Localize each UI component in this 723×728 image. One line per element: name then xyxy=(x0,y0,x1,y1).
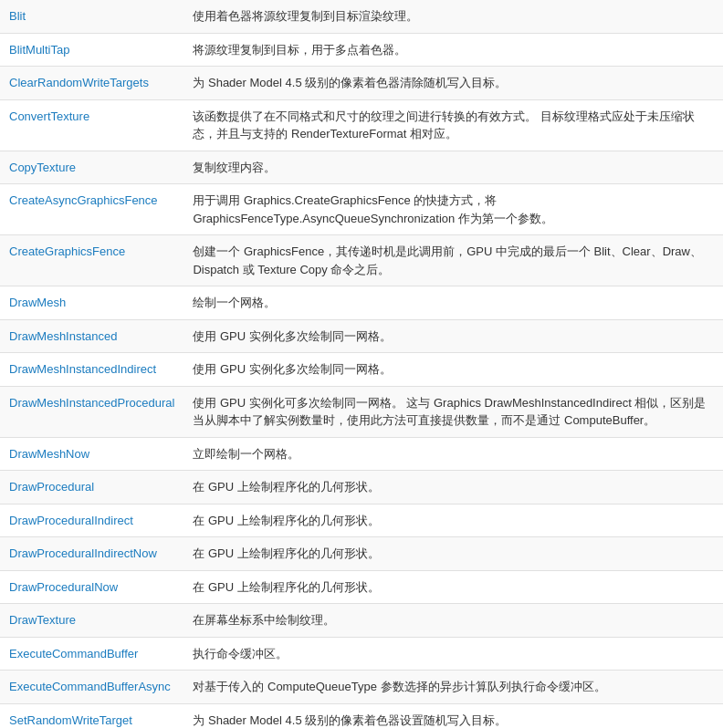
api-description-cell: 对基于传入的 ComputeQueueType 参数选择的异步计算队列执行命令缓… xyxy=(183,671,723,704)
table-row: CreateAsyncGraphicsFence用于调用 Graphics.Cr… xyxy=(0,184,723,235)
api-table: Blit使用着色器将源纹理复制到目标渲染纹理。BlitMultiTap将源纹理复… xyxy=(0,0,723,728)
api-description-cell: 创建一个 GraphicsFence，其传递时机是此调用前，GPU 中完成的最后… xyxy=(183,235,723,286)
table-row: DrawMesh绘制一个网格。 xyxy=(0,286,723,320)
api-name-link[interactable]: CopyTexture xyxy=(9,161,76,174)
api-description-cell: 在 GPU 上绘制程序化的几何形状。 xyxy=(183,504,723,537)
api-name-link[interactable]: DrawProceduralIndirect xyxy=(9,514,133,527)
api-name-link[interactable]: ExecuteCommandBufferAsync xyxy=(9,680,171,693)
api-name-link[interactable]: DrawMeshNow xyxy=(9,447,89,461)
api-name-cell: ExecuteCommandBuffer xyxy=(0,637,183,671)
table-row: SetRandomWriteTarget为 Shader Model 4.5 级… xyxy=(0,703,723,728)
api-name-link[interactable]: DrawTexture xyxy=(9,613,76,627)
api-name-cell: ClearRandomWriteTargets xyxy=(0,67,183,100)
api-name-cell: DrawProceduralIndirect xyxy=(0,504,183,537)
table-row: CopyTexture复制纹理内容。 xyxy=(0,151,723,184)
api-name-link[interactable]: Blit xyxy=(9,9,26,23)
api-name-link[interactable]: DrawMeshInstancedIndirect xyxy=(9,362,156,376)
api-name-cell: CopyTexture xyxy=(0,151,183,184)
api-name-link[interactable]: BlitMultiTap xyxy=(9,43,69,57)
api-description-cell: 为 Shader Model 4.5 级别的像素着色器清除随机写入目标。 xyxy=(183,67,723,100)
api-name-link[interactable]: DrawProcedural xyxy=(9,480,94,494)
api-description-cell: 在 GPU 上绘制程序化的几何形状。 xyxy=(183,570,723,604)
table-row: Blit使用着色器将源纹理复制到目标渲染纹理。 xyxy=(0,0,723,33)
table-row: DrawMeshInstancedProcedural使用 GPU 实例化可多次… xyxy=(0,386,723,437)
api-name-cell: BlitMultiTap xyxy=(0,33,183,67)
api-name-cell: DrawMeshNow xyxy=(0,437,183,471)
api-description-cell: 绘制一个网格。 xyxy=(183,286,723,320)
api-name-cell: DrawTexture xyxy=(0,604,183,638)
api-description-cell: 为 Shader Model 4.5 级别的像素着色器设置随机写入目标。 xyxy=(183,703,723,728)
api-description-cell: 使用 GPU 实例化多次绘制同一网格。 xyxy=(183,319,723,353)
table-row: DrawTexture在屏幕坐标系中绘制纹理。 xyxy=(0,604,723,638)
api-name-cell: CreateAsyncGraphicsFence xyxy=(0,184,183,235)
api-name-cell: DrawProceduralNow xyxy=(0,570,183,604)
api-description-cell: 将源纹理复制到目标，用于多点着色器。 xyxy=(183,33,723,67)
api-name-link[interactable]: CreateAsyncGraphicsFence xyxy=(9,193,158,207)
api-name-link[interactable]: CreateGraphicsFence xyxy=(9,244,125,258)
api-description-cell: 执行命令缓冲区。 xyxy=(183,637,723,671)
api-name-cell: SetRandomWriteTarget xyxy=(0,703,183,728)
api-name-link[interactable]: DrawMeshInstancedProcedural xyxy=(9,396,174,410)
api-description-cell: 该函数提供了在不同格式和尺寸的纹理之间进行转换的有效方式。 目标纹理格式应处于未… xyxy=(183,99,723,151)
api-name-cell: ExecuteCommandBufferAsync xyxy=(0,671,183,704)
table-row: BlitMultiTap将源纹理复制到目标，用于多点着色器。 xyxy=(0,33,723,67)
api-name-link[interactable]: DrawProceduralNow xyxy=(9,580,118,594)
api-name-cell: DrawMeshInstancedIndirect xyxy=(0,353,183,387)
api-name-cell: DrawMeshInstanced xyxy=(0,319,183,353)
api-name-link[interactable]: DrawMesh xyxy=(9,296,66,309)
api-reference-container: Blit使用着色器将源纹理复制到目标渲染纹理。BlitMultiTap将源纹理复… xyxy=(0,0,723,728)
table-row: ClearRandomWriteTargets为 Shader Model 4.… xyxy=(0,67,723,100)
api-description-cell: 复制纹理内容。 xyxy=(183,151,723,184)
api-name-link[interactable]: DrawMeshInstanced xyxy=(9,329,118,343)
api-description-cell: 使用 GPU 实例化多次绘制同一网格。 xyxy=(183,353,723,387)
table-row: ExecuteCommandBufferAsync对基于传入的 ComputeQ… xyxy=(0,671,723,704)
api-name-link[interactable]: ConvertTexture xyxy=(9,109,89,123)
api-name-link[interactable]: SetRandomWriteTarget xyxy=(9,713,132,727)
table-row: DrawProceduralIndirect在 GPU 上绘制程序化的几何形状。 xyxy=(0,504,723,537)
table-row: DrawMeshInstanced使用 GPU 实例化多次绘制同一网格。 xyxy=(0,319,723,353)
api-name-cell: DrawProceduralIndirectNow xyxy=(0,537,183,571)
table-row: CreateGraphicsFence创建一个 GraphicsFence，其传… xyxy=(0,235,723,286)
table-row: DrawMeshNow立即绘制一个网格。 xyxy=(0,437,723,471)
api-name-cell: CreateGraphicsFence xyxy=(0,235,183,286)
api-description-cell: 用于调用 Graphics.CreateGraphicsFence 的快捷方式，… xyxy=(183,184,723,235)
api-name-link[interactable]: DrawProceduralIndirectNow xyxy=(9,546,157,560)
table-row: ConvertTexture该函数提供了在不同格式和尺寸的纹理之间进行转换的有效… xyxy=(0,99,723,151)
api-name-link[interactable]: ClearRandomWriteTargets xyxy=(9,76,149,89)
api-name-cell: DrawMeshInstancedProcedural xyxy=(0,386,183,437)
api-description-cell: 立即绘制一个网格。 xyxy=(183,437,723,471)
table-row: DrawProceduralIndirectNow在 GPU 上绘制程序化的几何… xyxy=(0,537,723,571)
table-row: ExecuteCommandBuffer执行命令缓冲区。 xyxy=(0,637,723,671)
api-description-cell: 使用着色器将源纹理复制到目标渲染纹理。 xyxy=(183,0,723,33)
table-row: DrawProceduralNow在 GPU 上绘制程序化的几何形状。 xyxy=(0,570,723,604)
api-name-link[interactable]: ExecuteCommandBuffer xyxy=(9,647,138,660)
api-name-cell: Blit xyxy=(0,0,183,33)
table-row: DrawMeshInstancedIndirect使用 GPU 实例化多次绘制同… xyxy=(0,353,723,387)
api-description-cell: 在 GPU 上绘制程序化的几何形状。 xyxy=(183,537,723,571)
api-description-cell: 使用 GPU 实例化可多次绘制同一网格。 这与 Graphics DrawMes… xyxy=(183,386,723,437)
api-description-cell: 在 GPU 上绘制程序化的几何形状。 xyxy=(183,471,723,504)
api-name-cell: DrawMesh xyxy=(0,286,183,320)
api-name-cell: ConvertTexture xyxy=(0,99,183,151)
api-name-cell: DrawProcedural xyxy=(0,471,183,504)
table-row: DrawProcedural在 GPU 上绘制程序化的几何形状。 xyxy=(0,471,723,504)
api-description-cell: 在屏幕坐标系中绘制纹理。 xyxy=(183,604,723,638)
